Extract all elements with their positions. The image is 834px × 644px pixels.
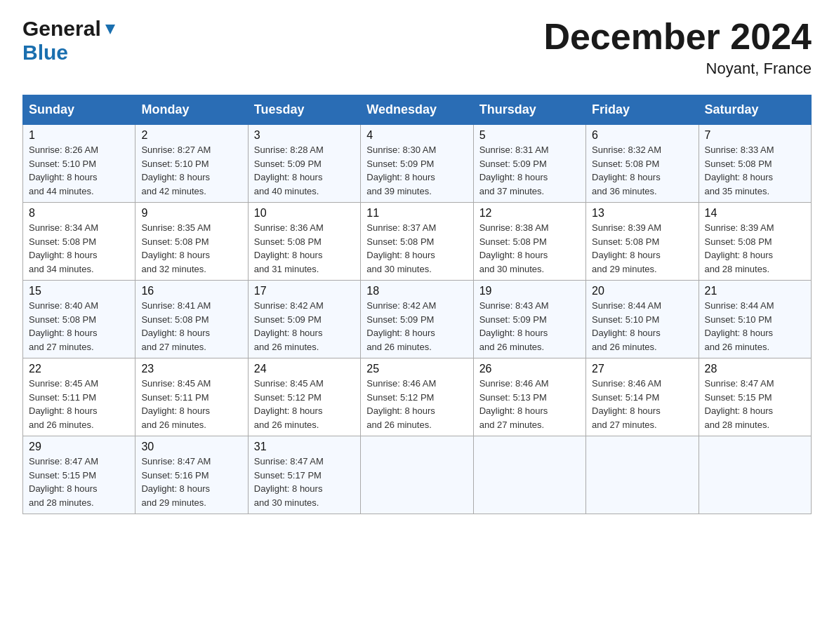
day-info: Sunrise: 8:41 AMSunset: 5:08 PMDaylight:… <box>141 299 241 354</box>
table-row: 15Sunrise: 8:40 AMSunset: 5:08 PMDayligh… <box>23 281 135 358</box>
table-row: 13Sunrise: 8:39 AMSunset: 5:08 PMDayligh… <box>586 203 699 281</box>
day-info: Sunrise: 8:44 AMSunset: 5:10 PMDaylight:… <box>592 299 692 354</box>
day-info: Sunrise: 8:47 AMSunset: 5:16 PMDaylight:… <box>141 455 241 509</box>
day-info: Sunrise: 8:43 AMSunset: 5:09 PMDaylight:… <box>479 299 580 354</box>
day-number: 22 <box>29 363 129 375</box>
day-number: 8 <box>29 207 129 220</box>
table-row <box>699 436 811 514</box>
day-info: Sunrise: 8:45 AMSunset: 5:11 PMDaylight:… <box>141 377 241 431</box>
day-number: 28 <box>705 363 805 375</box>
page-header: General Blue December 2024 Noyant, Franc… <box>22 17 812 78</box>
day-info: Sunrise: 8:45 AMSunset: 5:11 PMDaylight:… <box>29 377 129 431</box>
table-row: 31Sunrise: 8:47 AMSunset: 5:17 PMDayligh… <box>248 436 360 514</box>
logo-general-text: General <box>22 17 101 41</box>
day-number: 12 <box>479 207 580 220</box>
day-info: Sunrise: 8:27 AMSunset: 5:10 PMDaylight:… <box>141 143 241 198</box>
table-row: 22Sunrise: 8:45 AMSunset: 5:11 PMDayligh… <box>23 358 135 436</box>
table-row: 29Sunrise: 8:47 AMSunset: 5:15 PMDayligh… <box>23 436 135 514</box>
table-row: 30Sunrise: 8:47 AMSunset: 5:16 PMDayligh… <box>135 436 248 514</box>
logo-blue-text: Blue <box>22 41 68 64</box>
day-info: Sunrise: 8:42 AMSunset: 5:09 PMDaylight:… <box>366 299 467 354</box>
table-row: 26Sunrise: 8:46 AMSunset: 5:13 PMDayligh… <box>473 358 585 436</box>
calendar-week-row: 1Sunrise: 8:26 AMSunset: 5:10 PMDaylight… <box>23 125 812 203</box>
day-info: Sunrise: 8:34 AMSunset: 5:08 PMDaylight:… <box>29 221 129 276</box>
day-number: 26 <box>479 363 580 375</box>
day-info: Sunrise: 8:39 AMSunset: 5:08 PMDaylight:… <box>705 221 805 276</box>
table-row: 3Sunrise: 8:28 AMSunset: 5:09 PMDaylight… <box>248 125 360 203</box>
calendar-week-row: 15Sunrise: 8:40 AMSunset: 5:08 PMDayligh… <box>23 281 812 358</box>
table-row: 19Sunrise: 8:43 AMSunset: 5:09 PMDayligh… <box>473 281 585 358</box>
table-row: 14Sunrise: 8:39 AMSunset: 5:08 PMDayligh… <box>699 203 811 281</box>
title-block: December 2024 Noyant, France <box>543 17 812 78</box>
day-info: Sunrise: 8:47 AMSunset: 5:17 PMDaylight:… <box>254 455 355 509</box>
table-row: 23Sunrise: 8:45 AMSunset: 5:11 PMDayligh… <box>135 358 248 436</box>
table-row: 7Sunrise: 8:33 AMSunset: 5:08 PMDaylight… <box>699 125 811 203</box>
calendar-header-row: Sunday Monday Tuesday Wednesday Thursday… <box>23 95 812 125</box>
table-row <box>586 436 699 514</box>
day-info: Sunrise: 8:35 AMSunset: 5:08 PMDaylight:… <box>141 221 241 276</box>
col-tuesday: Tuesday <box>248 95 360 125</box>
day-number: 13 <box>592 207 692 220</box>
day-info: Sunrise: 8:45 AMSunset: 5:12 PMDaylight:… <box>254 377 355 431</box>
table-row: 9Sunrise: 8:35 AMSunset: 5:08 PMDaylight… <box>135 203 248 281</box>
table-row: 8Sunrise: 8:34 AMSunset: 5:08 PMDaylight… <box>23 203 135 281</box>
table-row <box>361 436 473 514</box>
day-number: 4 <box>366 129 467 142</box>
month-title: December 2024 <box>543 17 812 57</box>
svg-marker-0 <box>105 25 115 34</box>
day-info: Sunrise: 8:46 AMSunset: 5:14 PMDaylight:… <box>592 377 692 431</box>
day-number: 24 <box>254 363 355 375</box>
col-saturday: Saturday <box>699 95 811 125</box>
day-number: 30 <box>141 441 241 453</box>
day-number: 11 <box>366 207 467 220</box>
day-number: 5 <box>479 129 580 142</box>
day-number: 18 <box>366 285 467 297</box>
col-friday: Friday <box>586 95 699 125</box>
table-row: 20Sunrise: 8:44 AMSunset: 5:10 PMDayligh… <box>586 281 699 358</box>
day-info: Sunrise: 8:46 AMSunset: 5:13 PMDaylight:… <box>479 377 580 431</box>
calendar-week-row: 8Sunrise: 8:34 AMSunset: 5:08 PMDaylight… <box>23 203 812 281</box>
table-row: 25Sunrise: 8:46 AMSunset: 5:12 PMDayligh… <box>361 358 473 436</box>
day-number: 10 <box>254 207 355 220</box>
day-info: Sunrise: 8:30 AMSunset: 5:09 PMDaylight:… <box>366 143 467 198</box>
day-number: 1 <box>29 129 129 142</box>
day-number: 31 <box>254 441 355 453</box>
day-number: 3 <box>254 129 355 142</box>
day-number: 17 <box>254 285 355 297</box>
calendar-week-row: 29Sunrise: 8:47 AMSunset: 5:15 PMDayligh… <box>23 436 812 514</box>
calendar-table: Sunday Monday Tuesday Wednesday Thursday… <box>22 95 812 514</box>
table-row: 28Sunrise: 8:47 AMSunset: 5:15 PMDayligh… <box>699 358 811 436</box>
col-wednesday: Wednesday <box>361 95 473 125</box>
table-row: 17Sunrise: 8:42 AMSunset: 5:09 PMDayligh… <box>248 281 360 358</box>
day-number: 23 <box>141 363 241 375</box>
calendar-week-row: 22Sunrise: 8:45 AMSunset: 5:11 PMDayligh… <box>23 358 812 436</box>
day-info: Sunrise: 8:38 AMSunset: 5:08 PMDaylight:… <box>479 221 580 276</box>
day-info: Sunrise: 8:32 AMSunset: 5:08 PMDaylight:… <box>592 143 692 198</box>
day-number: 20 <box>592 285 692 297</box>
day-number: 16 <box>141 285 241 297</box>
day-info: Sunrise: 8:46 AMSunset: 5:12 PMDaylight:… <box>366 377 467 431</box>
logo-arrow-icon <box>102 22 118 37</box>
day-number: 27 <box>592 363 692 375</box>
table-row: 12Sunrise: 8:38 AMSunset: 5:08 PMDayligh… <box>473 203 585 281</box>
table-row: 1Sunrise: 8:26 AMSunset: 5:10 PMDaylight… <box>23 125 135 203</box>
table-row: 2Sunrise: 8:27 AMSunset: 5:10 PMDaylight… <box>135 125 248 203</box>
day-number: 25 <box>366 363 467 375</box>
location: Noyant, France <box>543 60 812 78</box>
table-row: 24Sunrise: 8:45 AMSunset: 5:12 PMDayligh… <box>248 358 360 436</box>
day-number: 19 <box>479 285 580 297</box>
table-row: 10Sunrise: 8:36 AMSunset: 5:08 PMDayligh… <box>248 203 360 281</box>
day-info: Sunrise: 8:47 AMSunset: 5:15 PMDaylight:… <box>705 377 805 431</box>
table-row: 5Sunrise: 8:31 AMSunset: 5:09 PMDaylight… <box>473 125 585 203</box>
day-info: Sunrise: 8:31 AMSunset: 5:09 PMDaylight:… <box>479 143 580 198</box>
day-number: 14 <box>705 207 805 220</box>
day-info: Sunrise: 8:40 AMSunset: 5:08 PMDaylight:… <box>29 299 129 354</box>
table-row: 6Sunrise: 8:32 AMSunset: 5:08 PMDaylight… <box>586 125 699 203</box>
day-info: Sunrise: 8:26 AMSunset: 5:10 PMDaylight:… <box>29 143 129 198</box>
table-row <box>473 436 585 514</box>
day-info: Sunrise: 8:36 AMSunset: 5:08 PMDaylight:… <box>254 221 355 276</box>
day-info: Sunrise: 8:42 AMSunset: 5:09 PMDaylight:… <box>254 299 355 354</box>
logo: General Blue <box>22 17 118 65</box>
day-number: 29 <box>29 441 129 453</box>
day-info: Sunrise: 8:39 AMSunset: 5:08 PMDaylight:… <box>592 221 692 276</box>
